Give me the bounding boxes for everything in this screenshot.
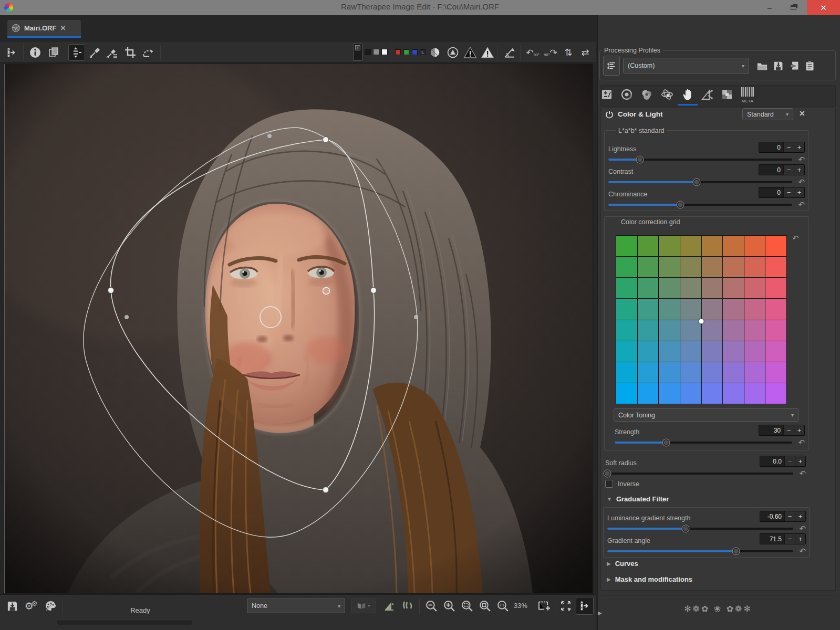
tab-color[interactable] <box>640 88 653 103</box>
grid-cell[interactable] <box>659 383 680 404</box>
gamut-check-button[interactable] <box>444 44 461 61</box>
slider-value[interactable]: 30 <box>759 427 783 434</box>
restore-button[interactable] <box>783 0 804 15</box>
zoom-fit-button[interactable] <box>459 598 475 614</box>
inverse-checkbox[interactable] <box>605 480 613 488</box>
zoom-100-button[interactable]: 1:1 <box>495 598 511 614</box>
background-gray-toggle[interactable] <box>373 49 379 55</box>
grid-cell[interactable] <box>659 236 680 256</box>
grid-cell[interactable] <box>744 299 765 319</box>
slider-knob[interactable] <box>693 178 701 186</box>
grid-cell[interactable] <box>616 236 637 256</box>
reset-icon[interactable]: ↶ <box>798 202 805 208</box>
background-white-toggle[interactable] <box>381 49 388 55</box>
green-channel-toggle[interactable] <box>403 49 409 55</box>
grid-cell[interactable] <box>702 236 723 256</box>
slider-value[interactable]: 71.5 <box>760 536 784 543</box>
crop-tool-button[interactable] <box>122 44 139 61</box>
strength-spinbox[interactable]: 30 − + <box>759 425 805 436</box>
chrominance-slider[interactable] <box>608 204 792 206</box>
remove-tool-button[interactable]: ✕ <box>799 109 805 118</box>
contrast-slider[interactable] <box>608 181 792 183</box>
grid-cell[interactable] <box>765 362 786 383</box>
fullscreen-button[interactable] <box>558 598 574 614</box>
grid-cell[interactable] <box>659 278 680 298</box>
grid-cell[interactable] <box>616 257 637 277</box>
blue-channel-toggle[interactable] <box>412 49 418 55</box>
before-after-view-button[interactable] <box>45 44 62 61</box>
title-bar[interactable]: RawTherapee Image Edit - F:\Cou\Mairi.OR… <box>0 0 840 15</box>
grid-cell[interactable] <box>659 341 680 362</box>
mask-modifications-expander[interactable]: ▶ Mask and modifications <box>607 575 692 583</box>
reset-icon[interactable]: ↶ <box>799 526 806 532</box>
tab-metadata[interactable]: META <box>741 87 754 103</box>
grid-cell[interactable] <box>702 257 723 277</box>
grid-cell[interactable] <box>702 320 723 341</box>
grid-cell[interactable] <box>659 362 680 383</box>
grid-cell[interactable] <box>638 362 659 383</box>
shadow-clipping-button[interactable] <box>462 44 479 61</box>
grid-cell[interactable] <box>616 362 637 383</box>
queue-processing-button[interactable]: ⚙⚙ <box>22 597 40 615</box>
lightness-slider[interactable] <box>608 159 792 161</box>
grid-cell[interactable] <box>723 362 744 383</box>
grid-cell[interactable] <box>744 278 765 298</box>
slider-knob[interactable] <box>676 201 684 209</box>
grid-cell[interactable] <box>765 341 786 362</box>
reset-icon[interactable]: ↶ <box>799 548 806 554</box>
grid-cell[interactable] <box>765 320 786 341</box>
grid-cell[interactable] <box>638 236 659 256</box>
histogram-scale-toggle[interactable]: T <box>353 44 362 61</box>
before-after-toggle-button[interactable]: ▾ <box>351 598 376 613</box>
increment-button[interactable]: + <box>794 425 804 435</box>
tab-advanced[interactable] <box>661 88 673 103</box>
reset-icon[interactable]: ↶ <box>798 439 805 446</box>
grid-cell[interactable] <box>702 299 723 319</box>
add-detail-window-button[interactable] <box>536 598 553 614</box>
zoom-in-button[interactable] <box>441 598 457 614</box>
grid-cell[interactable] <box>680 236 701 256</box>
grid-cell[interactable] <box>744 383 765 404</box>
grid-cell[interactable] <box>638 383 659 404</box>
grid-cell[interactable] <box>638 278 659 298</box>
grid-cell[interactable] <box>702 362 723 383</box>
background-black-toggle[interactable] <box>365 49 371 55</box>
color-toning-dropdown[interactable]: Color Toning ▾ <box>614 408 798 422</box>
show-clipped-highlights-button[interactable] <box>399 598 415 614</box>
grid-cell[interactable] <box>659 257 680 277</box>
tab-raw[interactable] <box>721 88 733 103</box>
grid-cell[interactable] <box>616 383 637 404</box>
image-info-button[interactable] <box>27 44 44 61</box>
flip-vertical-button[interactable]: ⇅ <box>560 44 577 61</box>
hide-right-panel-button[interactable] <box>576 597 594 615</box>
grid-cell[interactable] <box>680 278 701 298</box>
grid-cell[interactable] <box>723 257 744 277</box>
grid-cell[interactable] <box>765 278 786 298</box>
profile-fill-mode-button[interactable] <box>603 56 620 76</box>
grid-cell[interactable] <box>659 320 680 341</box>
slider-knob[interactable] <box>636 156 644 164</box>
reset-icon[interactable]: ↶ <box>799 470 806 477</box>
grid-cell[interactable] <box>723 341 744 362</box>
soft-radius-spinbox[interactable]: 0.0 − + <box>760 456 806 467</box>
reset-icon[interactable]: ↶ <box>798 179 805 185</box>
zoom-fit-crop-button[interactable] <box>477 598 493 614</box>
grid-cell[interactable] <box>723 299 744 319</box>
slider-value[interactable]: 0.0 <box>760 458 784 465</box>
inverse-checkbox-row[interactable]: Inverse <box>605 480 639 488</box>
grid-marker[interactable] <box>699 319 704 324</box>
tab-detail[interactable] <box>620 88 633 103</box>
luminance-gradient-slider[interactable] <box>607 528 793 530</box>
color-picker-button[interactable] <box>104 44 121 61</box>
grid-cell[interactable] <box>616 278 637 298</box>
grid-cell[interactable] <box>744 257 765 277</box>
grid-cell[interactable] <box>702 341 723 362</box>
straighten-tool-button[interactable] <box>140 44 157 61</box>
grid-cell[interactable] <box>680 362 701 383</box>
grid-cell[interactable] <box>680 341 701 362</box>
grid-cell[interactable] <box>765 236 786 256</box>
slider-value[interactable]: 0 <box>759 189 783 196</box>
hand-tool-button[interactable] <box>68 44 85 61</box>
decrement-button[interactable]: − <box>783 187 794 197</box>
luminance-gradient-spinbox[interactable]: -0.60 − + <box>760 511 806 522</box>
